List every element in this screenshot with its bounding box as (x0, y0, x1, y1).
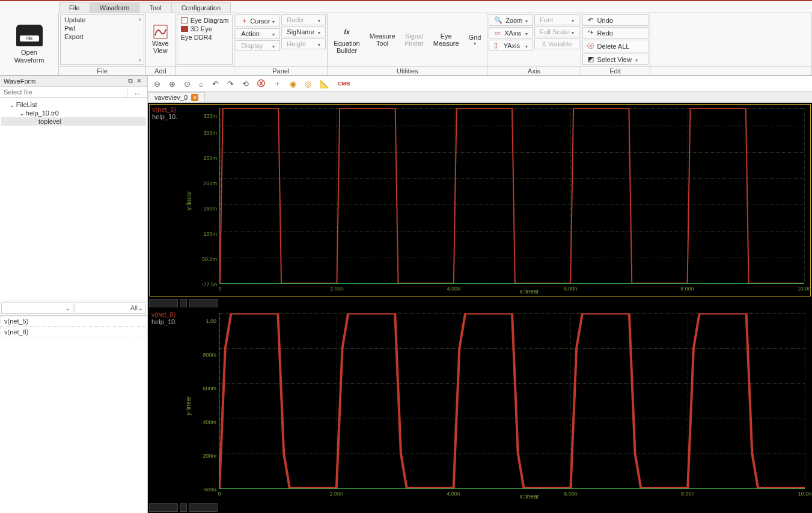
y-tick: -509u (203, 487, 216, 493)
equation-builder-button[interactable]: fx EquationBuilder (329, 14, 364, 65)
y-tick: 250m (203, 155, 217, 161)
redo-button[interactable]: ↷Redo (582, 27, 649, 38)
zoom-icon: 🔍 (494, 16, 502, 24)
zoom-out-icon[interactable]: ⊖ (154, 79, 160, 88)
y-tick: 800m (203, 352, 216, 358)
delete-all-button[interactable]: ⓧDelete ALL (582, 40, 649, 52)
action-dropdown[interactable]: Action (236, 28, 280, 39)
menu-tab-file[interactable]: File (59, 2, 90, 13)
x-tick: 6.00n (564, 491, 578, 497)
ribbon-group-panel-label: Panel (234, 66, 327, 75)
zoom-fit-icon[interactable]: ⊙ (184, 79, 191, 88)
waveview-icon (153, 25, 168, 39)
zoom-dropdown[interactable]: 🔍Zoom (489, 14, 533, 26)
crosshair-icon[interactable]: ＋ (273, 78, 281, 89)
y-axis-label: y:linear (186, 191, 192, 210)
xaxis-dropdown[interactable]: ▭XAxis (489, 27, 533, 38)
eye-3d-button[interactable]: 3D Eye (181, 25, 229, 32)
cmb-button[interactable]: CMB (338, 81, 350, 87)
yaxis-dropdown[interactable]: ▯YAxis (489, 40, 533, 51)
display-dropdown[interactable]: Display (236, 40, 280, 51)
tree-filelist[interactable]: FileList (1, 100, 146, 109)
plot-signal-label: v(net_8) (151, 311, 182, 318)
measure-icon[interactable]: 📐 (320, 79, 329, 88)
xvariable-button[interactable]: X Variable (534, 38, 579, 49)
wave-area: ⊖ ⊕ ⊙ ⌕ ↶ ↷ ⟲ ⓧ ＋ ◉ ◎ 📐 CMB vaveviev_0 ✕ (148, 76, 812, 513)
ribbon: OpenWaveform ▲ Update Pwl Export ▼ File (0, 13, 812, 76)
y-tick: 600m (203, 386, 216, 392)
y-tick: 400m (203, 419, 216, 425)
wave-tab-0[interactable]: vaveviev_0 ✕ (148, 92, 205, 102)
undo-icon: ↶ (588, 16, 594, 24)
file-action-update[interactable]: Update (64, 16, 140, 23)
scroll-down-icon[interactable]: ▼ (138, 58, 142, 63)
plot-v(net_8)[interactable]: v(net_8)help_10.y:linear-509u200m400m600… (149, 310, 811, 501)
menu-tab-tool[interactable]: Tool (139, 2, 171, 13)
x-tick: 2.00n (330, 491, 344, 497)
select-view-icon: ◩ (588, 55, 594, 63)
y-tick: 100m (203, 231, 217, 237)
ribbon-group-add-label: Add (146, 66, 175, 75)
cursor-dropdown[interactable]: ＋Cursor (236, 14, 280, 27)
marker2-icon[interactable]: ◎ (305, 79, 311, 88)
marker1-icon[interactable]: ◉ (290, 79, 296, 88)
plot-v(net_5)[interactable]: v(net_5)help_10.y:linear-77.5n50.0m100m1… (149, 104, 811, 296)
close-tab-icon[interactable]: ✕ (191, 94, 198, 101)
file-action-pwl[interactable]: Pwl (64, 25, 140, 32)
select-file-input[interactable] (0, 87, 127, 97)
eye-diagram-button[interactable]: Eye Diagram (181, 17, 229, 24)
browse-file-button[interactable]: ... (127, 87, 147, 97)
y-tick: 1.00 (206, 318, 216, 324)
file-tree: FileList help_10.tr0 toplevel (0, 98, 147, 301)
font-dropdown[interactable]: Font (534, 14, 579, 25)
redo-zoom-icon[interactable]: ↷ (227, 79, 234, 88)
grid-dropdown[interactable]: Grid ▾ (464, 14, 486, 65)
radix-dropdown[interactable]: Radix (281, 14, 326, 25)
x-tick: 8.00n (680, 286, 694, 292)
menu-tab-configuration[interactable]: Configuration (171, 2, 231, 13)
tree-toplevel[interactable]: toplevel (1, 117, 146, 126)
undo-zoom-icon[interactable]: ↶ (212, 79, 219, 88)
undo-button[interactable]: ↶Undo (582, 14, 649, 26)
open-waveform-button[interactable]: OpenWaveform (0, 13, 59, 75)
open-waveform-label1: Open (21, 49, 37, 56)
signal-vnet8[interactable]: v(net_8) (0, 327, 147, 337)
plot-file-label: help_10. (151, 318, 182, 325)
x-tick: 8.00n (681, 491, 695, 497)
yaxis-icon: ▯ (494, 41, 498, 49)
eye-ddr4-button[interactable]: Eye DDR4 (181, 34, 229, 41)
reset-icon[interactable]: ⟲ (242, 79, 249, 88)
file-action-list[interactable]: ▲ Update Pwl Export ▼ (60, 14, 144, 65)
scroll-up-icon[interactable]: ▲ (138, 16, 142, 22)
height-dropdown[interactable]: Height (281, 38, 326, 49)
sidebar-close-icon[interactable]: ✕ (135, 77, 144, 84)
signame-dropdown[interactable]: SigName (281, 26, 326, 37)
x-tick: 10.0n (798, 286, 811, 292)
fullscale-dropdown[interactable]: Full Scale (534, 26, 579, 37)
select-view-dropdown[interactable]: ◩Select View (582, 54, 649, 65)
signal-vnet5[interactable]: v(net_5) (0, 316, 147, 327)
tree-file-help10[interactable]: help_10.tr0 (1, 109, 146, 117)
eye-diagram-list: Eye Diagram 3D Eye Eye DDR4 (177, 14, 233, 65)
sidebar-float-icon[interactable]: ⧉ (126, 77, 135, 84)
y-tick: -77.5n (201, 281, 217, 287)
filter-dropdown-all[interactable]: All ⌄ (75, 303, 147, 314)
wave-view-button[interactable]: WaveView (147, 14, 174, 65)
filter-dropdown-1[interactable]: ⌄ (1, 303, 73, 314)
x-tick: 4.00n (447, 286, 461, 292)
eye-measure-button[interactable]: EyeMeasure (429, 14, 464, 65)
sidebar-title: WaveForm (4, 78, 35, 85)
menu-tab-waveform[interactable]: Waveform (90, 2, 140, 13)
zoom-region-icon[interactable]: ⌕ (199, 79, 204, 88)
fx-icon: fx (340, 25, 354, 39)
menu-tab-bar: File Waveform Tool Configuration (59, 1, 812, 13)
x-tick: 0 (218, 491, 221, 497)
zoom-in-icon[interactable]: ⊕ (169, 79, 176, 88)
measure-tool-button[interactable]: MeasureTool (365, 14, 400, 65)
signal-finder-button[interactable]: SignalFinder (400, 14, 429, 65)
x-tick: 10.0n (798, 491, 812, 497)
y-tick: 150m (203, 206, 217, 212)
file-action-export[interactable]: Export (64, 33, 140, 40)
delete-icon[interactable]: ⓧ (257, 78, 265, 89)
eye-3d-icon (181, 26, 188, 32)
